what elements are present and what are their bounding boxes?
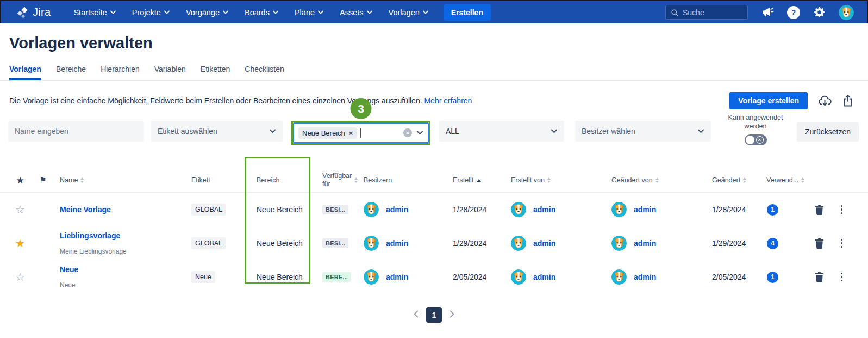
bereich-filter-multiselect[interactable]: Neue Bereich × ×	[293, 122, 429, 143]
description-row: Die Vorlage ist eine einfache Möglichkei…	[0, 81, 868, 113]
modified-date: 1/29/2024	[698, 239, 755, 248]
label-filter-select[interactable]: Etikett auswählen	[151, 121, 283, 142]
template-name-link[interactable]: Meine Vorlage	[60, 205, 185, 214]
created-by-link[interactable]: admin	[533, 239, 555, 248]
current-page[interactable]: 1	[426, 307, 442, 323]
template-subtitle: Neue	[60, 281, 185, 289]
dog-avatar-icon	[511, 269, 526, 285]
modified-by-link[interactable]: admin	[634, 239, 656, 248]
nav-item-boards[interactable]: Boards	[245, 8, 278, 17]
can-apply-toggle[interactable]: ×	[745, 134, 767, 145]
nav-item-assets[interactable]: Assets	[340, 8, 372, 17]
flag-column-icon[interactable]: ⚑	[32, 175, 54, 185]
created-by-cell: admin	[497, 236, 598, 251]
filter-bar: Etikett auswählen 3 Neue Bereich × × ALL…	[0, 121, 868, 152]
kebab-icon	[841, 239, 843, 248]
previous-page-button[interactable]	[413, 310, 419, 320]
template-name-link[interactable]: Neue	[60, 265, 185, 274]
favorite-star-icon[interactable]: ☆	[8, 271, 32, 284]
chevron-down-icon	[698, 129, 704, 133]
owner-link[interactable]: admin	[386, 205, 408, 214]
tab-etiketten[interactable]: Etiketten	[201, 65, 230, 80]
search-input[interactable]	[683, 8, 742, 17]
bereich-filter-chip: Neue Bereich ×	[298, 127, 357, 139]
tab-vorlagen[interactable]: Vorlagen	[9, 65, 41, 80]
chip-remove-icon[interactable]: ×	[349, 129, 353, 137]
sort-ascending-icon	[477, 179, 481, 182]
row-menu-button[interactable]	[832, 205, 852, 214]
etikett-badge: Neue	[191, 271, 215, 283]
created-by-cell: admin	[497, 202, 598, 217]
jira-logo[interactable]: Jira	[16, 6, 51, 19]
header-geaendert-von[interactable]: Geändert von	[598, 176, 698, 184]
nav-item-plaene[interactable]: Pläne	[295, 8, 323, 17]
create-button[interactable]: Erstellen	[444, 4, 491, 21]
export-share-icon[interactable]	[842, 94, 854, 107]
scope-type-select[interactable]: ALL	[439, 121, 564, 142]
owner-cell: admin	[353, 269, 438, 285]
modified-by-link[interactable]: admin	[634, 205, 656, 214]
header-erstellt-von[interactable]: Erstellt von	[497, 176, 598, 184]
reset-filters-button[interactable]: Zurücksetzen	[797, 122, 859, 142]
global-search[interactable]	[665, 5, 748, 20]
favorite-star-icon[interactable]: ★	[8, 237, 32, 250]
chevron-down-icon	[551, 129, 558, 133]
header-geaendert[interactable]: Geändert	[698, 176, 755, 184]
row-menu-button[interactable]	[832, 239, 852, 248]
chevron-down-icon	[270, 129, 276, 133]
owner-filter-select[interactable]: Besitzer wählen	[575, 121, 711, 142]
chevron-down-icon	[423, 10, 428, 14]
modified-by-cell: admin	[598, 269, 698, 285]
import-cloud-download-icon[interactable]	[817, 94, 832, 108]
dog-avatar-icon	[511, 202, 526, 217]
trash-icon	[814, 204, 825, 216]
created-by-link[interactable]: admin	[533, 273, 555, 281]
owner-link[interactable]: admin	[386, 239, 408, 248]
header-verwendungen[interactable]: Verwend...	[755, 176, 807, 184]
tab-hierarchien[interactable]: Hierarchien	[101, 65, 140, 80]
chevron-down-icon[interactable]	[417, 131, 423, 135]
nav-item-startseite[interactable]: Startseite	[73, 8, 115, 17]
next-page-button[interactable]	[449, 310, 455, 320]
create-template-button[interactable]: Vorlage erstellen	[729, 92, 808, 109]
nav-item-projekte[interactable]: Projekte	[132, 8, 170, 17]
delete-button[interactable]	[807, 272, 832, 283]
table-header-row: ★ ⚑ Name Etikett Bereich Verfügbar für B…	[0, 169, 868, 193]
header-bereich[interactable]: Bereich	[245, 176, 309, 184]
help-icon[interactable]: ?	[787, 6, 800, 19]
chevron-down-icon	[318, 10, 323, 14]
tab-checklisten[interactable]: Checklisten	[245, 65, 284, 80]
page-description: Die Vorlage ist eine einfache Möglichkei…	[9, 96, 472, 105]
owner-link[interactable]: admin	[386, 273, 408, 281]
announcements-icon[interactable]	[761, 7, 774, 19]
sort-icon	[801, 177, 804, 183]
tab-bereiche[interactable]: Bereiche	[56, 65, 86, 80]
learn-more-link[interactable]: Mehr erfahren	[424, 96, 472, 105]
nav-item-vorgaenge[interactable]: Vorgänge	[186, 8, 228, 17]
favorite-column-star-icon[interactable]: ★	[8, 175, 32, 186]
header-verfuegbar-fuer[interactable]: Verfügbar für	[309, 172, 353, 188]
header-erstellt[interactable]: Erstellt	[438, 176, 497, 184]
header-name[interactable]: Name	[54, 176, 185, 184]
header-besitzern[interactable]: Besitzern	[353, 176, 438, 184]
created-by-link[interactable]: admin	[533, 205, 555, 214]
user-avatar[interactable]	[839, 5, 854, 20]
kebab-icon	[841, 205, 843, 214]
delete-button[interactable]	[807, 204, 832, 216]
row-menu-button[interactable]	[832, 273, 852, 282]
template-name-link[interactable]: Lieblingsvorlage	[60, 231, 185, 240]
modified-by-link[interactable]: admin	[634, 273, 656, 281]
nav-item-vorlagen[interactable]: Vorlagen	[389, 8, 428, 17]
name-filter-input[interactable]	[8, 121, 144, 142]
annotation-highlight-box: 3 Neue Bereich × ×	[291, 121, 430, 145]
availability-badge: BESI...	[322, 205, 348, 214]
delete-button[interactable]	[807, 238, 832, 249]
table-row: ☆ Neue Neue Neue Neue Bereich BERE... ad…	[0, 260, 868, 294]
settings-gear-icon[interactable]	[813, 6, 826, 19]
favorite-star-icon[interactable]: ☆	[8, 203, 32, 216]
tab-variablen[interactable]: Variablen	[154, 65, 186, 80]
sort-icon	[743, 177, 746, 183]
usage-count-badge: 1	[767, 204, 778, 216]
clear-filter-icon[interactable]: ×	[403, 128, 412, 137]
header-etikett[interactable]: Etikett	[185, 176, 245, 184]
